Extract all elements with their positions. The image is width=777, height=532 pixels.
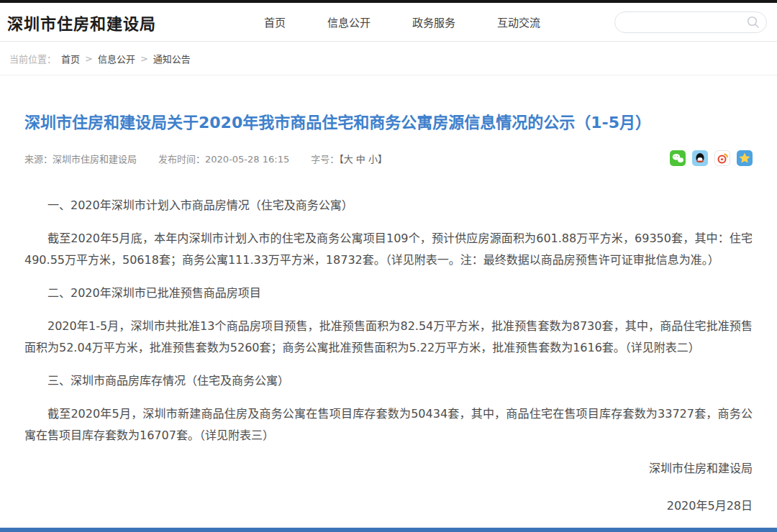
meta-source: 来源：深圳市住房和建设局 xyxy=(24,152,137,165)
breadcrumb-separator: > xyxy=(140,53,148,64)
meta-font-size: 字号：【大 中 小】 xyxy=(311,152,387,165)
meta-publish-time: 发布时间：2020-05-28 16:15 xyxy=(158,152,289,165)
meta-publish-value: 2020-05-28 16:15 xyxy=(205,154,289,165)
footer-top-bar xyxy=(0,528,777,532)
section-heading-2: 二、2020年深圳市已批准预售商品房项目 xyxy=(24,283,753,304)
breadcrumb-separator: > xyxy=(85,53,93,64)
nav-item-interaction[interactable]: 互动交流 xyxy=(497,14,540,29)
font-size-switcher[interactable]: 【大 中 小】 xyxy=(339,154,387,165)
main-nav: 首页 信息公开 政务服务 互动交流 xyxy=(264,14,540,29)
nav-item-home[interactable]: 首页 xyxy=(264,14,286,29)
section-body-3: 截至2020年5月，深圳市新建商品住房及商务公寓在售项目库存套数为50434套，… xyxy=(24,403,753,446)
breadcrumb-info[interactable]: 信息公开 xyxy=(98,52,135,65)
article-title: 深圳市住房和建设局关于2020年我市商品住宅和商务公寓房源信息情况的公示（1-5… xyxy=(24,111,753,134)
section-heading-3: 三、深圳市商品房库存情况（住宅及商务公寓） xyxy=(24,370,753,392)
meta-font-size-label: 字号： xyxy=(311,154,339,165)
site-logo-title: 深圳市住房和建设局 xyxy=(7,11,156,34)
meta-source-label: 来源： xyxy=(24,154,53,165)
breadcrumb-label: 当前位置： xyxy=(9,52,56,65)
search-input[interactable] xyxy=(625,16,746,28)
qq-icon[interactable] xyxy=(692,150,708,166)
share-bar xyxy=(670,150,753,166)
weibo-icon[interactable] xyxy=(714,150,730,166)
section-body-2: 2020年1-5月，深圳市共批准13个商品房项目预售，批准预售面积为82.54万… xyxy=(24,316,753,359)
breadcrumb-home[interactable]: 首页 xyxy=(61,52,80,65)
article-date: 2020年5月28日 xyxy=(24,495,753,517)
search-icon[interactable] xyxy=(746,15,760,29)
article-content: 深圳市住房和建设局关于2020年我市商品住宅和商务公寓房源信息情况的公示（1-5… xyxy=(0,111,777,517)
breadcrumb-notices[interactable]: 通知公告 xyxy=(153,52,191,65)
search-box[interactable] xyxy=(614,12,767,33)
wechat-icon[interactable] xyxy=(670,150,686,166)
breadcrumb: 当前位置： 首页 > 信息公开 > 通知公告 xyxy=(0,42,777,75)
site-header: 深圳市住房和建设局 首页 信息公开 政务服务 互动交流 xyxy=(0,3,777,42)
qzone-icon[interactable] xyxy=(737,150,753,166)
meta-publish-label: 发布时间： xyxy=(158,154,205,165)
article-meta: 来源：深圳市住房和建设局 发布时间：2020-05-28 16:15 字号：【大… xyxy=(24,150,753,166)
nav-item-info[interactable]: 信息公开 xyxy=(327,14,371,29)
article-signature: 深圳市住房和建设局 xyxy=(24,458,753,480)
nav-item-services[interactable]: 政务服务 xyxy=(412,14,455,29)
meta-source-value: 深圳市住房和建设局 xyxy=(53,154,137,165)
section-body-1: 截至2020年5月底，本年内深圳市计划入市的住宅及商务公寓项目109个，预计供应… xyxy=(24,228,753,271)
section-heading-1: 一、2020年深圳市计划入市商品房情况（住宅及商务公寓） xyxy=(24,195,753,216)
article-body: 一、2020年深圳市计划入市商品房情况（住宅及商务公寓） 截至2020年5月底，… xyxy=(24,195,753,517)
